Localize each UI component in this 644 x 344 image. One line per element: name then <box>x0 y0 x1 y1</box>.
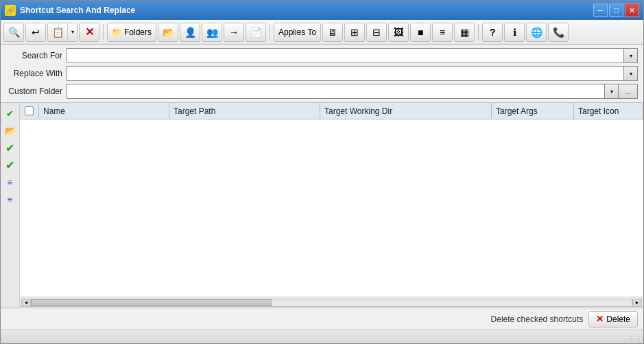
col-header-target-icon[interactable]: Target Icon <box>574 103 643 119</box>
info-button[interactable]: ℹ <box>504 23 525 42</box>
bottom-bar: Delete checked shortcuts ✕ Delete <box>1 308 643 330</box>
header-checkbox[interactable] <box>25 106 34 115</box>
side-icon-list2[interactable]: ≡ <box>3 192 18 207</box>
replace-with-input-container: ▾ <box>67 66 638 81</box>
title-bar-buttons: ─ □ ✕ <box>593 3 639 17</box>
web-button[interactable]: 🌐 <box>526 23 547 42</box>
side-icon-check[interactable]: ✔ <box>3 106 18 121</box>
search-for-dropdown[interactable]: ▾ <box>624 48 638 63</box>
custom-folder-input-container: ▾ ... <box>67 84 638 99</box>
replace-with-row: Replace With ▾ <box>6 66 638 81</box>
delete-button[interactable]: ✕ Delete <box>588 311 638 328</box>
col-header-target-args[interactable]: Target Args <box>492 103 574 119</box>
search-for-label: Search For <box>6 51 62 60</box>
action-main-icon: 📋 <box>48 23 67 41</box>
action-dropdown-arrow[interactable]: ▾ <box>67 23 77 41</box>
user-button[interactable]: 👤 <box>180 23 200 42</box>
col-header-target-path[interactable]: Target Path <box>169 103 320 119</box>
sep1 <box>103 24 104 41</box>
custom-folder-input[interactable] <box>67 84 605 99</box>
users-button[interactable]: 👥 <box>202 23 222 42</box>
arrow-button[interactable]: → <box>224 23 244 42</box>
table-container: Name Target Path Target Working Dir Targ… <box>20 103 643 308</box>
header-checkbox-cell <box>20 103 39 119</box>
window-title: Shortcut Search And Replace <box>20 5 593 15</box>
action-split-button[interactable]: 📋 ▾ <box>47 23 77 42</box>
grid-button[interactable]: ⊟ <box>366 23 387 42</box>
search-for-input-container: ▾ <box>67 48 638 63</box>
close-button[interactable]: ✕ <box>625 3 639 17</box>
windows-button[interactable]: ⊞ <box>344 23 365 42</box>
folders-button[interactable]: 📁 Folders <box>107 23 156 42</box>
side-icons: ✔ 📂 ✔ ✔ ≡ ≡ <box>1 103 20 308</box>
delete-icon: ✕ <box>596 314 604 324</box>
toolbar: 🔍 ↩ 📋 ▾ ✕ 📁 Folders 📂 👤 👥 → 📄 Applies To… <box>1 20 643 45</box>
help-button[interactable]: ? <box>482 23 503 42</box>
horizontal-scrollbar: ◄ ► <box>20 297 643 308</box>
phone-button[interactable]: 📞 <box>548 23 569 42</box>
replace-with-label: Replace With <box>6 69 62 78</box>
custom-folder-dropdown[interactable]: ▾ <box>605 84 619 99</box>
delete-checked-label: Delete checked shortcuts <box>491 314 584 324</box>
title-bar: 🔗 Shortcut Search And Replace ─ □ ✕ <box>1 1 643 20</box>
window-icon: 🔗 <box>5 5 16 16</box>
minimize-button[interactable]: ─ <box>593 3 608 17</box>
applies-to-label: Applies To <box>278 27 316 37</box>
folders-icon: 📁 <box>112 27 122 37</box>
table-header: Name Target Path Target Working Dir Targ… <box>20 103 643 119</box>
screen-button[interactable]: 🖥 <box>322 23 343 42</box>
search-button[interactable]: 🔍 <box>3 23 24 42</box>
side-icon-check2[interactable]: ✔ <box>3 140 18 155</box>
custom-folder-row: Custom Folder ▾ ... <box>6 84 638 99</box>
side-icon-folder[interactable]: 📂 <box>3 123 18 138</box>
replace-with-dropdown[interactable]: ▾ <box>624 66 638 81</box>
back-button[interactable]: ↩ <box>25 23 46 42</box>
main-window: 🔗 Shortcut Search And Replace ─ □ ✕ 🔍 ↩ … <box>0 0 644 344</box>
col-header-target-dir[interactable]: Target Working Dir <box>320 103 492 119</box>
scroll-left-button[interactable]: ◄ <box>21 299 31 307</box>
side-icon-check3[interactable]: ✔ <box>3 157 18 172</box>
custom-folder-label: Custom Folder <box>6 87 62 96</box>
applies-to-button[interactable]: Applies To <box>274 23 321 42</box>
replace-with-input[interactable] <box>67 66 624 81</box>
sep2 <box>270 24 270 41</box>
folders-label: Folders <box>124 27 152 37</box>
scroll-thumb[interactable] <box>32 299 272 306</box>
text-button[interactable]: ≡ <box>432 23 453 42</box>
resize-grip[interactable]: ⋮⋮ <box>630 332 641 343</box>
custom-folder-browse[interactable]: ... <box>619 84 638 99</box>
dark-button[interactable]: ■ <box>410 23 431 42</box>
form-area: Search For ▾ Replace With ▾ Custom Folde… <box>1 45 643 102</box>
image-button[interactable]: 🖼 <box>388 23 409 42</box>
cancel-button[interactable]: ✕ <box>79 23 99 42</box>
search-for-input[interactable] <box>67 48 624 63</box>
side-icon-list1[interactable]: ≡ <box>3 174 18 190</box>
add-folder-button[interactable]: 📂 <box>158 23 178 42</box>
maximize-button[interactable]: □ <box>609 3 623 17</box>
status-bar: ⋮⋮ <box>1 330 643 343</box>
list-button[interactable]: 📄 <box>246 23 266 42</box>
scroll-right-button[interactable]: ► <box>632 299 642 307</box>
main-content: ✔ 📂 ✔ ✔ ≡ ≡ Name Target Path Target Work… <box>1 102 643 308</box>
table-body <box>20 119 643 297</box>
table-button[interactable]: ▦ <box>454 23 475 42</box>
sep3 <box>478 24 479 41</box>
scroll-track[interactable] <box>31 299 632 307</box>
col-header-name[interactable]: Name <box>39 103 169 119</box>
delete-button-label: Delete <box>606 314 630 324</box>
search-for-row: Search For ▾ <box>6 48 638 63</box>
